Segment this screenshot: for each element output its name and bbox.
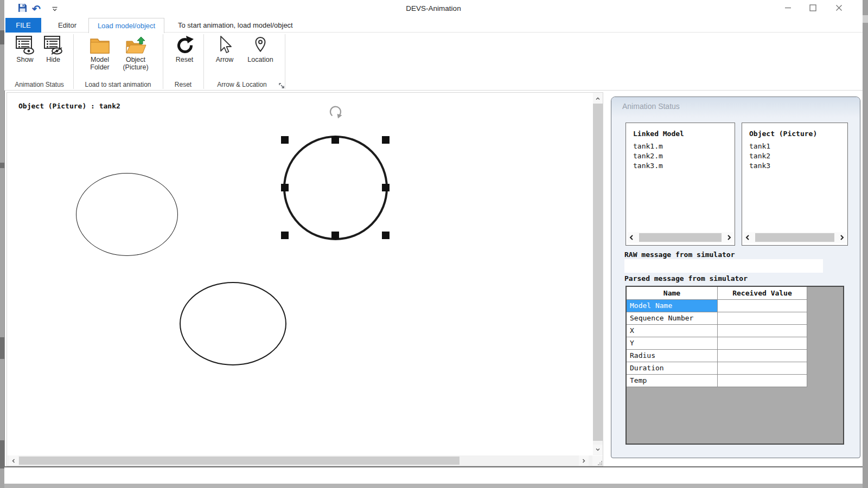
parsed-table-row[interactable]: X	[627, 325, 843, 337]
scroll-left-button[interactable]	[744, 233, 751, 242]
selection-handle-w[interactable]	[281, 184, 289, 191]
save-button[interactable]	[15, 2, 29, 16]
scroll-down-button[interactable]	[593, 445, 603, 454]
linked-model-scrollbar[interactable]	[628, 232, 733, 243]
save-icon	[18, 3, 27, 15]
parsed-row-name-cell[interactable]: Y	[627, 337, 718, 350]
column-header-name: Name	[627, 287, 718, 300]
minimize-icon	[784, 4, 792, 14]
ribbon: Show Hide Animation Status Model Folder …	[4, 33, 863, 91]
parsed-table-row[interactable]: Sequence Number	[627, 312, 843, 325]
arrow-tool-button[interactable]: Arrow	[209, 35, 240, 63]
location-tool-button[interactable]: Location	[243, 35, 278, 63]
animation-canvas[interactable]: Object (Picture) : tank2	[7, 92, 603, 466]
title-bar: DEVS-Animation ↶	[4, 0, 863, 18]
rotate-handle-icon[interactable]	[328, 105, 343, 122]
scroll-left-button[interactable]	[628, 233, 635, 242]
parsed-row-value-cell[interactable]	[718, 350, 807, 362]
selection-handle-se[interactable]	[382, 232, 390, 239]
parsed-row-name-cell[interactable]: X	[627, 325, 718, 337]
parsed-table-row[interactable]: Temp	[627, 375, 843, 387]
model-folder-button[interactable]: Model Folder	[84, 35, 116, 71]
dialog-launcher-icon	[279, 81, 285, 91]
sliver-mark	[0, 440, 4, 468]
raw-message-field[interactable]	[624, 259, 823, 273]
tab-file[interactable]: FILE	[5, 18, 41, 33]
parsed-table-row[interactable]: Model Name	[627, 300, 843, 312]
scrollbar-thumb[interactable]	[639, 233, 722, 242]
selection-handle-n[interactable]	[331, 136, 339, 144]
canvas-vertical-scrollbar-thumb[interactable]	[593, 104, 603, 441]
parsed-row-value-cell[interactable]	[718, 375, 807, 387]
chevron-right-icon	[581, 456, 586, 466]
selection-handle-s[interactable]	[331, 232, 339, 239]
object-picture-item[interactable]: tank2	[742, 151, 847, 161]
scrollbar-thumb[interactable]	[755, 233, 834, 242]
object-picture-listbox[interactable]: Object (Picture) tank1tank2tank3	[742, 123, 848, 246]
parsed-row-name-cell[interactable]: Sequence Number	[627, 312, 718, 325]
parsed-table-row[interactable]: Duration	[627, 362, 843, 375]
maximize-icon	[809, 4, 816, 14]
hide-button[interactable]: Hide	[40, 35, 66, 63]
parsed-table-header-row: Name Received Value	[627, 287, 843, 300]
scroll-right-button[interactable]	[725, 233, 733, 242]
object-picture-scrollbar[interactable]	[744, 232, 846, 243]
dialog-launcher-button[interactable]	[279, 81, 285, 91]
scroll-left-button[interactable]	[9, 455, 18, 466]
reset-button[interactable]: Reset	[165, 35, 203, 63]
maximize-button[interactable]	[800, 0, 825, 17]
selection-handle-sw[interactable]	[281, 232, 289, 239]
close-icon	[835, 4, 843, 14]
object-picture-item[interactable]: tank1	[742, 142, 847, 151]
parsed-table-row[interactable]: Y	[627, 337, 843, 350]
parsed-row-value-cell[interactable]	[718, 312, 807, 325]
desktop-sliver-left	[0, 0, 4, 488]
scroll-up-button[interactable]	[593, 94, 603, 104]
linked-model-header: Linked Model	[626, 123, 735, 142]
parsed-row-value-cell[interactable]	[718, 337, 807, 350]
tab-editor[interactable]: Editor	[47, 18, 88, 33]
linked-model-item[interactable]: tank3.m	[626, 161, 735, 171]
parsed-table-body: Model Name Sequence Number X Y	[627, 300, 843, 387]
raw-message-label: RAW message from simulator	[624, 251, 735, 259]
canvas-shape-tank3[interactable]	[180, 282, 286, 365]
location-pin-icon	[254, 35, 267, 55]
selection-handle-nw[interactable]	[281, 136, 289, 144]
linked-model-item[interactable]: tank1.m	[626, 142, 735, 151]
canvas-horizontal-scrollbar-thumb[interactable]	[19, 457, 459, 465]
linked-model-listbox[interactable]: Linked Model tank1.mtank2.mtank3.m	[626, 123, 735, 246]
parsed-row-name-cell[interactable]: Radius	[627, 350, 718, 362]
minimize-button[interactable]	[775, 0, 800, 17]
undo-button[interactable]: ↶	[29, 2, 43, 16]
parsed-row-name-cell[interactable]: Duration	[627, 362, 718, 375]
canvas-caption: Object (Picture) : tank2	[18, 102, 120, 110]
tab-load-model-object[interactable]: Load model/object	[88, 18, 164, 33]
sliver-mark	[0, 337, 4, 359]
parsed-row-name-cell[interactable]: Temp	[627, 375, 718, 387]
scroll-right-button[interactable]	[838, 233, 846, 242]
parsed-message-table[interactable]: Name Received Value Model Name Sequence …	[626, 286, 844, 445]
canvas-shape-tank1[interactable]	[76, 173, 178, 256]
customize-quick-access-button[interactable]	[48, 2, 62, 16]
object-picture-button[interactable]: Object (Picture)	[118, 35, 153, 71]
scroll-right-button[interactable]	[579, 455, 589, 466]
window-title: DEVS-Animation	[4, 4, 863, 12]
linked-model-item[interactable]: tank2.m	[626, 151, 735, 161]
selection-handle-e[interactable]	[382, 184, 390, 191]
chevron-down-icon	[595, 445, 601, 454]
parsed-row-value-cell[interactable]	[718, 300, 807, 312]
group-label-reset: Reset	[163, 81, 203, 88]
parsed-row-value-cell[interactable]	[718, 362, 807, 375]
reset-button-label: Reset	[176, 56, 194, 63]
object-picture-label: Object (Picture)	[118, 56, 153, 71]
parsed-row-value-cell[interactable]	[718, 325, 807, 337]
sliver-mark	[0, 163, 4, 168]
resize-grip[interactable]	[592, 455, 603, 466]
parsed-row-name-cell[interactable]: Model Name	[627, 300, 718, 312]
object-picture-item[interactable]: tank3	[742, 161, 847, 171]
show-button[interactable]: Show	[12, 35, 38, 63]
close-button[interactable]	[825, 0, 852, 17]
selection-handle-ne[interactable]	[382, 136, 390, 144]
parsed-table-row[interactable]: Radius	[627, 350, 843, 362]
canvas-shape-tank2[interactable]	[283, 136, 388, 240]
